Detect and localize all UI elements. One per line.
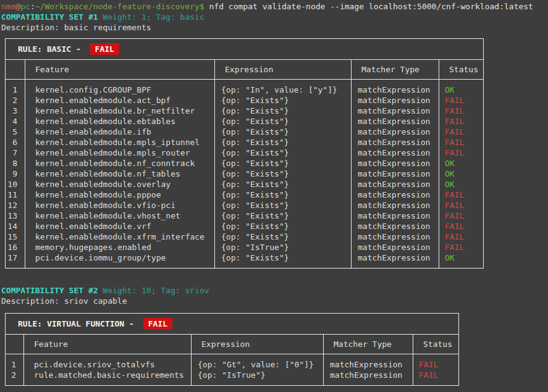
table-row: 10kernel.enabledmodule.overlay{op: "Exis… — [6, 179, 484, 190]
prompt-host: pc — [20, 2, 30, 11]
table-row: 12kernel.enabledmodule.vfio-pci{op: "Exi… — [6, 200, 484, 211]
table-row: 3kernel.enabledmodule.br_netfilter{op: "… — [6, 106, 484, 116]
matcher-cell: matchExpression — [324, 370, 413, 386]
table-row: 1kernel.config.CGROUP_BPF{op: "In", valu… — [6, 80, 484, 96]
rule-label: RULE: BASIC - — [18, 44, 86, 54]
feature-cell: kernel.enabledmodule.vrf — [25, 221, 215, 231]
row-number: 15 — [6, 231, 25, 242]
feature-cell: kernel.enabledmodule.vfio-pci — [25, 200, 215, 211]
column-header-row: Feature Expression Matcher Type Status — [6, 60, 484, 80]
rule-table-basic: RULE: BASIC - FAIL Feature Expression Ma… — [5, 38, 484, 269]
column-header-feature: Feature — [25, 60, 215, 80]
row-number: 12 — [6, 200, 25, 211]
matcher-cell: matchExpression — [352, 190, 439, 200]
table-row: 7kernel.enabledmodule.mpls_router{op: "E… — [6, 148, 484, 158]
column-header-expression: Expression — [215, 60, 352, 80]
row-number: 16 — [6, 242, 25, 252]
matcher-cell: matchExpression — [352, 200, 439, 211]
status-cell: FAIL — [439, 95, 484, 106]
column-header-status: Status — [439, 60, 484, 80]
rule-header-cell: RULE: VIRTUAL FUNCTION - FAIL — [6, 314, 459, 335]
feature-cell: kernel.enabledmodule.overlay — [25, 179, 215, 190]
expression-cell: {op: "Exists"} — [215, 116, 352, 127]
prompt-user: nmm — [1, 2, 15, 11]
column-header-matcher: Matcher Type — [324, 335, 413, 354]
status-cell: FAIL — [439, 137, 484, 148]
expression-cell: {op: "Exists"} — [215, 179, 352, 190]
matcher-cell: matchExpression — [352, 231, 439, 242]
table-row: 17pci.device.iommu_group/type{op: "Exist… — [6, 252, 484, 269]
matcher-cell: matchExpression — [352, 148, 439, 158]
expression-cell: {op: "Exists"} — [215, 137, 352, 148]
rule-status-badge: FAIL — [90, 43, 119, 55]
column-header-feature: Feature — [24, 335, 192, 354]
feature-cell: memory.hugepages.enabled — [25, 242, 215, 252]
status-cell: OK — [439, 169, 484, 179]
matcher-cell: matchExpression — [352, 211, 439, 221]
prompt-dollar: $ — [200, 2, 204, 11]
set2-header: COMPATIBILITY SET #2 Weight: 10; Tag: sr… — [1, 285, 548, 296]
terminal-window: nmm@pc:~/Workspace/node-feature-discover… — [0, 0, 548, 386]
feature-cell: kernel.enabledmodule.mpls_iptunnel — [25, 137, 215, 148]
rule-header-row: RULE: BASIC - FAIL — [6, 39, 484, 60]
table-row: 11kernel.enabledmodule.pppoe{op: "Exists… — [6, 190, 484, 200]
matcher-cell: matchExpression — [352, 137, 439, 148]
matcher-cell: matchExpression — [352, 242, 439, 252]
table-row: 14kernel.enabledmodule.vrf{op: "Exists"}… — [6, 221, 484, 231]
matcher-cell: matchExpression — [352, 252, 439, 269]
feature-cell: kernel.enabledmodule.ifb — [25, 127, 215, 137]
status-cell: FAIL — [439, 221, 484, 231]
feature-cell: kernel.enabledmodule.mpls_router — [25, 148, 215, 158]
status-cell: OK — [439, 80, 484, 96]
column-header-matcher: Matcher Type — [352, 60, 439, 80]
feature-cell: kernel.enabledmodule.xfrm_interface — [25, 231, 215, 242]
expression-cell: {op: "Exists"} — [215, 106, 352, 116]
matcher-cell: matchExpression — [352, 221, 439, 231]
row-number: 1 — [6, 80, 25, 96]
row-number: 14 — [6, 221, 25, 231]
expression-cell: {op: "IsTrue"} — [192, 370, 324, 386]
status-cell: FAIL — [439, 231, 484, 242]
matcher-cell: matchExpression — [352, 158, 439, 169]
status-cell: FAIL — [439, 200, 484, 211]
expression-cell: {op: "In", value: ["y"]} — [215, 80, 352, 96]
feature-cell: kernel.enabledmodule.vhost_net — [25, 211, 215, 221]
feature-cell: kernel.enabledmodule.pppoe — [25, 190, 215, 200]
matcher-cell: matchExpression — [352, 169, 439, 179]
matcher-cell: matchExpression — [352, 80, 439, 96]
column-header-num — [6, 335, 24, 354]
rule-header-cell: RULE: BASIC - FAIL — [6, 39, 484, 60]
table-row: 1pci.device.sriov_totalvfs{op: "Gt", val… — [6, 354, 459, 370]
status-cell: FAIL — [413, 354, 459, 370]
table-row: 13kernel.enabledmodule.vhost_net{op: "Ex… — [6, 211, 484, 221]
table-row: 16memory.hugepages.enabled{op: "IsTrue"}… — [6, 242, 484, 252]
status-cell: FAIL — [439, 211, 484, 221]
status-cell: FAIL — [439, 127, 484, 137]
status-cell: OK — [439, 252, 484, 269]
column-header-status: Status — [413, 335, 459, 354]
expression-cell: {op: "Exists"} — [215, 231, 352, 242]
shell-prompt-line: nmm@pc:~/Workspace/node-feature-discover… — [1, 1, 548, 12]
row-number: 3 — [6, 106, 25, 116]
prompt-path: ~/Workspace/node-feature-discovery — [35, 2, 200, 11]
row-number: 10 — [6, 179, 25, 190]
column-header-num — [6, 60, 25, 80]
expression-cell: {op: "Gt", value: ["0"]} — [192, 354, 324, 370]
table-row: 8kernel.enabledmodule.nf_conntrack{op: "… — [6, 158, 484, 169]
table-row: 6kernel.enabledmodule.mpls_iptunnel{op: … — [6, 137, 484, 148]
expression-cell: {op: "Exists"} — [215, 169, 352, 179]
expression-cell: {op: "Exists"} — [215, 200, 352, 211]
set2-description: Description: sriov capable — [1, 296, 548, 306]
expression-cell: {op: "IsTrue"} — [215, 242, 352, 252]
row-number: 11 — [6, 190, 25, 200]
row-number: 1 — [6, 354, 24, 370]
row-number: 9 — [6, 169, 25, 179]
expression-cell: {op: "Exists"} — [215, 221, 352, 231]
row-number: 17 — [6, 252, 25, 269]
expression-cell: {op: "Exists"} — [215, 148, 352, 158]
matcher-cell: matchExpression — [352, 127, 439, 137]
status-cell: FAIL — [439, 116, 484, 127]
matcher-cell: matchExpression — [324, 354, 413, 370]
feature-cell: kernel.config.CGROUP_BPF — [25, 80, 215, 96]
expression-cell: {op: "Exists"} — [215, 127, 352, 137]
